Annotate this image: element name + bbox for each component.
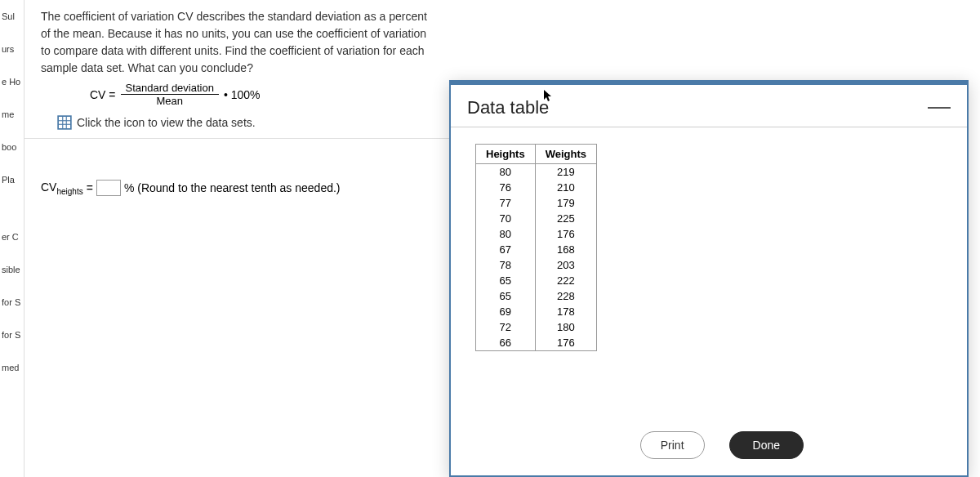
weight-cell: 222 [535, 273, 596, 288]
table-row: 65228 [476, 288, 597, 304]
sidebar-item[interactable]: med [0, 351, 24, 384]
answer-row: CVheights = % (Round to the nearest tent… [41, 180, 449, 196]
weight-cell: 225 [535, 211, 596, 226]
height-cell: 65 [476, 288, 536, 304]
table-row: 76210 [476, 180, 597, 195]
answer-equals: = [87, 181, 93, 194]
table-row: 67168 [476, 242, 597, 257]
sidebar-item[interactable]: Sul [0, 0, 24, 33]
weight-cell: 168 [535, 242, 596, 257]
table-row: 72180 [476, 319, 597, 335]
question-area: The coefficient of variation CV describe… [24, 0, 449, 139]
height-cell: 78 [476, 257, 536, 273]
answer-suffix: % (Round to the nearest tenth as needed.… [124, 181, 341, 194]
weight-cell: 228 [535, 288, 596, 304]
weight-cell: 176 [535, 226, 596, 242]
modal-header: Data table [451, 85, 967, 127]
question-text: The coefficient of variation CV describe… [41, 8, 433, 77]
height-cell: 80 [476, 226, 536, 242]
done-button[interactable]: Done [729, 431, 804, 459]
weight-cell: 219 [535, 164, 596, 181]
table-icon [57, 115, 72, 130]
sidebar-item[interactable]: e Ho [0, 65, 24, 98]
cv-fraction: Standard deviation Mean [121, 82, 219, 107]
modal-title: Data table [467, 97, 549, 118]
col-weights-header: Weights [535, 145, 596, 164]
modal-body: Heights Weights 802197621077179702258017… [451, 127, 967, 368]
sidebar-item[interactable]: for S [0, 286, 24, 319]
height-cell: 65 [476, 273, 536, 288]
cv-multiplier: • 100% [224, 88, 261, 101]
sidebar-item[interactable]: me [0, 98, 24, 131]
table-row: 77179 [476, 195, 597, 211]
table-row: 65222 [476, 273, 597, 288]
weight-cell: 176 [535, 335, 596, 351]
table-row: 66176 [476, 335, 597, 351]
weight-cell: 179 [535, 195, 596, 211]
table-row: 69178 [476, 304, 597, 319]
height-cell: 69 [476, 304, 536, 319]
content-area: The coefficient of variation CV describe… [24, 0, 980, 477]
cv-formula: CV = Standard deviation Mean • 100% [90, 82, 433, 107]
weight-cell: 210 [535, 180, 596, 195]
sidebar-item[interactable]: boo [0, 131, 24, 163]
sidebar: Sul urs e Ho me boo Pla er C sible for S… [0, 0, 24, 477]
height-cell: 66 [476, 335, 536, 351]
height-cell: 80 [476, 164, 536, 181]
table-row: 80176 [476, 226, 597, 242]
table-row: 70225 [476, 211, 597, 226]
print-button[interactable]: Print [640, 431, 705, 459]
height-cell: 77 [476, 195, 536, 211]
table-row: 80219 [476, 164, 597, 181]
col-heights-header: Heights [476, 145, 536, 164]
cv-formula-label: CV = [90, 88, 116, 101]
weight-cell: 180 [535, 319, 596, 335]
cv-numerator: Standard deviation [121, 82, 219, 95]
sidebar-item[interactable]: er C [0, 221, 24, 253]
height-cell: 76 [476, 180, 536, 195]
modal-footer: Print Done [640, 431, 804, 459]
answer-cv-label: CVheights [41, 181, 83, 196]
minimize-icon[interactable] [928, 107, 951, 109]
sidebar-item[interactable]: for S [0, 319, 24, 351]
data-link-row[interactable]: Click the icon to view the data sets. [57, 115, 433, 130]
sidebar-item[interactable]: urs [0, 33, 24, 65]
cv-denominator: Mean [151, 95, 188, 107]
weight-cell: 203 [535, 257, 596, 273]
height-cell: 70 [476, 211, 536, 226]
weight-cell: 178 [535, 304, 596, 319]
data-sets-link[interactable]: Click the icon to view the data sets. [77, 116, 256, 129]
svg-rect-0 [58, 116, 71, 129]
data-table-modal: Data table Heights Weights 8021976210771… [449, 80, 969, 477]
sidebar-item[interactable]: Pla [0, 163, 24, 196]
cv-heights-input[interactable] [96, 180, 121, 196]
sidebar-item[interactable]: sible [0, 253, 24, 286]
height-cell: 72 [476, 319, 536, 335]
table-row: 78203 [476, 257, 597, 273]
height-cell: 67 [476, 242, 536, 257]
data-table: Heights Weights 802197621077179702258017… [475, 144, 597, 351]
